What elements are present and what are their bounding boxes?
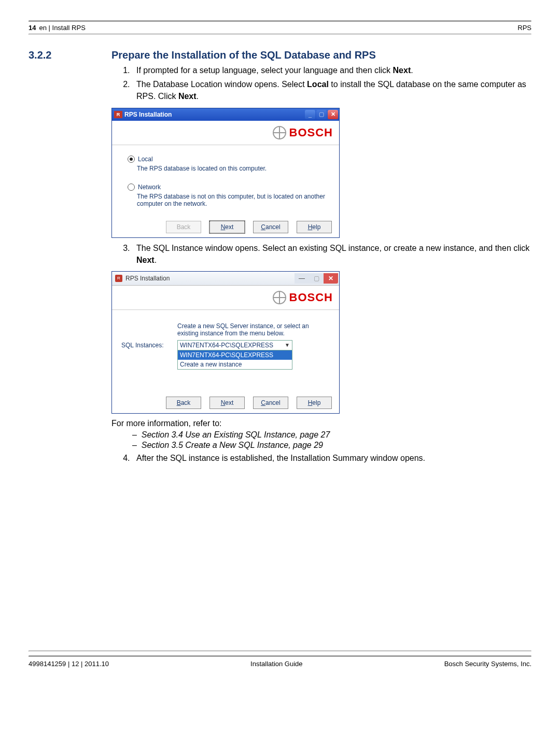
dialog-db-location: R RPS Installation _ ▢ ✕ BOSCH Local xyxy=(111,108,340,238)
steps-list-cont2: After the SQL instance is established, t… xyxy=(111,452,531,464)
ref-list: – Section 3.4 Use an Existing SQL Instan… xyxy=(132,430,531,450)
window-title: RPS Installation xyxy=(125,275,170,282)
header-thin-rule xyxy=(29,34,531,35)
help-button[interactable]: Help xyxy=(297,397,332,409)
titlebar: R RPS Installation — ▢ ✕ xyxy=(112,272,339,286)
radio-network-desc: The RPS database is not on this computer… xyxy=(137,193,328,207)
footer-right: Bosch Security Systems, Inc. xyxy=(444,660,531,668)
brand-text: BOSCH xyxy=(289,126,333,139)
back-button: Back xyxy=(166,221,201,233)
footer-center: Installation Guide xyxy=(250,660,302,668)
steps-list-cont: The SQL Instance window opens. Select an… xyxy=(111,242,531,266)
bosch-globe-icon xyxy=(273,126,286,139)
radio-network-label: Network xyxy=(138,184,161,191)
dialog-prompt: Create a new SQL Server instance, or sel… xyxy=(177,322,330,337)
page-header: 14 en | Install RPS RPS xyxy=(29,22,531,33)
step-1: If prompted for a setup language, select… xyxy=(132,64,531,76)
minimize-button[interactable]: _ xyxy=(305,110,315,119)
cancel-button[interactable]: Cancel xyxy=(253,397,288,409)
combo-option[interactable]: Create a new instance xyxy=(178,360,292,369)
dialog-sql-instance: R RPS Installation — ▢ ✕ BOSCH Create a … xyxy=(111,271,340,414)
back-button[interactable]: Back xyxy=(166,397,201,409)
window-title: RPS Installation xyxy=(124,111,172,118)
radio-dot-icon xyxy=(128,184,135,191)
breadcrumb: en | Install RPS xyxy=(39,24,85,32)
page-footer: 4998141259 | 12 | 2011.10 Installation G… xyxy=(29,657,531,668)
app-icon: R xyxy=(114,111,122,118)
step-2: The Database Location window opens. Sele… xyxy=(132,78,531,102)
combo-selected-text: WIN7ENTX64-PC\SQLEXPRESS xyxy=(180,342,273,349)
help-button[interactable]: Help xyxy=(297,221,332,233)
sql-instances-combo[interactable]: WIN7ENTX64-PC\SQLEXPRESS ▼ WIN7ENTX64-PC… xyxy=(177,340,292,370)
header-right: RPS xyxy=(517,24,531,32)
brand-row: BOSCH xyxy=(112,121,339,145)
dialog-footer: Back Next Cancel Help xyxy=(112,217,339,237)
footer-left: 4998141259 | 12 | 2011.10 xyxy=(29,660,109,668)
dialog-footer: Back Next Cancel Help xyxy=(112,392,339,413)
ref-item: – Section 3.4 Use an Existing SQL Instan… xyxy=(132,430,531,440)
app-icon: R xyxy=(115,275,122,282)
cancel-button[interactable]: Cancel xyxy=(253,221,288,233)
brand-row: BOSCH xyxy=(112,286,339,310)
close-button[interactable]: ✕ xyxy=(328,110,338,119)
ref-item: – Section 3.5 Create a New SQL Instance,… xyxy=(132,441,531,450)
step-3: The SQL Instance window opens. Select an… xyxy=(132,242,531,266)
radio-local[interactable]: Local xyxy=(128,156,328,163)
titlebar: R RPS Installation _ ▢ ✕ xyxy=(112,108,339,121)
next-button[interactable]: Next xyxy=(209,221,245,233)
more-info-label: For more information, refer to: xyxy=(111,419,531,428)
brand-text: BOSCH xyxy=(289,291,333,304)
radio-dot-selected-icon xyxy=(128,156,135,163)
radio-network[interactable]: Network xyxy=(128,184,328,191)
sql-instances-label: SQL Instances: xyxy=(121,340,177,349)
section-number: 3.2.2 xyxy=(29,49,111,464)
close-button[interactable]: ✕ xyxy=(324,273,338,284)
section-title: Prepare the Installation of the SQL Data… xyxy=(111,49,531,61)
next-button[interactable]: Next xyxy=(209,397,245,409)
minimize-button[interactable]: — xyxy=(295,273,309,284)
maximize-button: ▢ xyxy=(309,273,324,284)
step-4: After the SQL instance is established, t… xyxy=(132,452,531,464)
page-number: 14 xyxy=(29,24,36,32)
radio-local-label: Local xyxy=(138,156,153,163)
chevron-down-icon: ▼ xyxy=(285,342,290,348)
maximize-button: ▢ xyxy=(316,110,327,119)
steps-list: If prompted for a setup language, select… xyxy=(111,64,531,103)
combo-selected[interactable]: WIN7ENTX64-PC\SQLEXPRESS ▼ xyxy=(178,341,292,350)
radio-local-desc: The RPS database is located on this comp… xyxy=(137,165,328,172)
combo-option[interactable]: WIN7ENTX64-PC\SQLEXPRESS xyxy=(178,350,292,360)
footer-thin-rule xyxy=(29,651,531,652)
bosch-globe-icon xyxy=(273,291,286,304)
